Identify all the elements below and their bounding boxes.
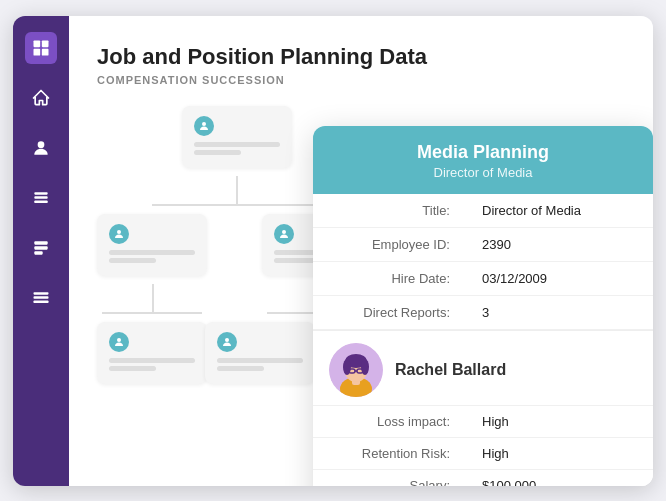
detail-row-value: 03/12/2009 bbox=[466, 261, 653, 295]
person-header: Rachel Ballard bbox=[313, 331, 653, 405]
person-row-value: High bbox=[466, 437, 653, 469]
person-row-value: $100,000 bbox=[466, 469, 653, 486]
org-line9 bbox=[217, 358, 303, 363]
app-container: Job and Position Planning Data COMPENSAT… bbox=[13, 16, 653, 486]
svg-rect-5 bbox=[34, 192, 47, 195]
connector-v-left bbox=[152, 284, 154, 312]
org-avatar-mid-right bbox=[274, 224, 294, 244]
detail-row-label: Employee ID: bbox=[313, 227, 466, 261]
svg-rect-9 bbox=[34, 246, 47, 249]
detail-table: Title:Director of MediaEmployee ID:2390H… bbox=[313, 194, 653, 330]
sidebar-item-home[interactable] bbox=[25, 82, 57, 114]
sidebar-item-person[interactable] bbox=[25, 132, 57, 164]
detail-table-row: Direct Reports:3 bbox=[313, 295, 653, 329]
org-line2 bbox=[194, 150, 241, 155]
connector-h-mid bbox=[152, 204, 320, 206]
detail-row-label: Direct Reports: bbox=[313, 295, 466, 329]
org-avatar-bot-ll bbox=[109, 332, 129, 352]
svg-rect-11 bbox=[34, 292, 49, 295]
detail-row-label: Hire Date: bbox=[313, 261, 466, 295]
org-line7 bbox=[109, 358, 195, 363]
svg-point-18 bbox=[225, 338, 229, 342]
org-avatar-mid-left bbox=[109, 224, 129, 244]
svg-rect-10 bbox=[34, 251, 42, 254]
org-card-mid-left[interactable] bbox=[97, 214, 207, 276]
svg-rect-13 bbox=[34, 300, 49, 303]
org-line8 bbox=[109, 366, 156, 371]
detail-row-label: Title: bbox=[313, 194, 466, 228]
person-name: Rachel Ballard bbox=[395, 361, 506, 379]
detail-table-row: Title:Director of Media bbox=[313, 194, 653, 228]
detail-row-value: Director of Media bbox=[466, 194, 653, 228]
svg-point-4 bbox=[38, 141, 45, 148]
detail-card: Media Planning Director of Media Title:D… bbox=[313, 126, 653, 486]
sidebar bbox=[13, 16, 69, 486]
org-line1 bbox=[194, 142, 280, 147]
detail-row-value: 2390 bbox=[466, 227, 653, 261]
svg-rect-12 bbox=[34, 296, 49, 299]
svg-rect-8 bbox=[34, 241, 47, 244]
sidebar-item-grid[interactable] bbox=[25, 32, 57, 64]
sidebar-item-layers2[interactable] bbox=[25, 232, 57, 264]
page-subtitle: COMPENSATION SUCCESSION bbox=[97, 74, 625, 86]
org-card-top[interactable] bbox=[182, 106, 292, 168]
org-line10 bbox=[217, 366, 264, 371]
main-content: Job and Position Planning Data COMPENSAT… bbox=[69, 16, 653, 486]
person-table-row: Loss impact:High bbox=[313, 405, 653, 437]
sidebar-item-layers[interactable] bbox=[25, 182, 57, 214]
person-card: Rachel Ballard Loss impact:HighRetention… bbox=[313, 330, 653, 486]
sidebar-item-table[interactable] bbox=[25, 282, 57, 314]
org-avatar-bot-lr bbox=[217, 332, 237, 352]
person-row-label: Loss impact: bbox=[313, 405, 466, 437]
svg-rect-1 bbox=[42, 40, 49, 47]
page-title: Job and Position Planning Data bbox=[97, 44, 625, 70]
org-line4 bbox=[109, 258, 156, 263]
detail-card-title: Media Planning bbox=[333, 142, 633, 163]
detail-row-value: 3 bbox=[466, 295, 653, 329]
person-row-label: Retention Risk: bbox=[313, 437, 466, 469]
detail-table-row: Employee ID:2390 bbox=[313, 227, 653, 261]
svg-rect-0 bbox=[34, 40, 41, 47]
svg-point-17 bbox=[117, 338, 121, 342]
org-avatar-top bbox=[194, 116, 214, 136]
person-table: Loss impact:HighRetention Risk:HighSalar… bbox=[313, 405, 653, 486]
person-row-label: Salary: bbox=[313, 469, 466, 486]
detail-card-subtitle: Director of Media bbox=[333, 165, 633, 180]
person-avatar bbox=[329, 343, 383, 397]
person-table-row: Retention Risk:High bbox=[313, 437, 653, 469]
org-line3 bbox=[109, 250, 195, 255]
org-card-bot-lr[interactable] bbox=[205, 322, 315, 384]
person-table-row: Salary:$100,000 bbox=[313, 469, 653, 486]
svg-rect-2 bbox=[34, 48, 41, 55]
person-row-value: High bbox=[466, 405, 653, 437]
svg-rect-7 bbox=[34, 200, 47, 203]
svg-rect-3 bbox=[42, 48, 49, 55]
org-card-bot-ll[interactable] bbox=[97, 322, 207, 384]
svg-rect-6 bbox=[34, 196, 47, 199]
svg-point-16 bbox=[282, 230, 286, 234]
connector-v-top bbox=[236, 176, 238, 204]
connector-h-bot-left bbox=[102, 312, 202, 314]
svg-point-14 bbox=[202, 122, 206, 126]
svg-point-15 bbox=[117, 230, 121, 234]
detail-card-header: Media Planning Director of Media bbox=[313, 126, 653, 194]
detail-table-row: Hire Date:03/12/2009 bbox=[313, 261, 653, 295]
